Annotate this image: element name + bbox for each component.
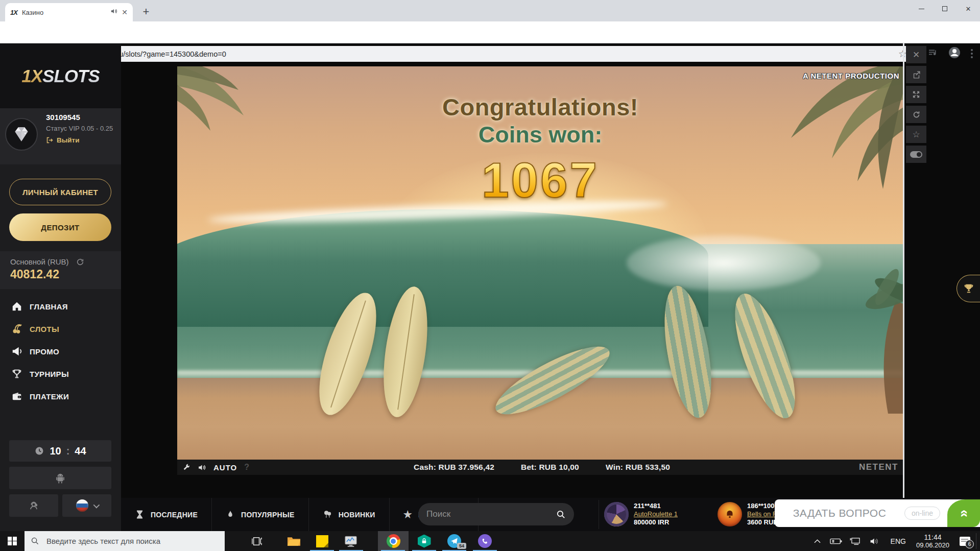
support-agent-icon [28,500,39,511]
winner-ticker-item[interactable]: 186**1007 Bells on Fi 3600 RUB [718,502,778,526]
tab-popular[interactable]: ПОПУЛЯРНЫЕ [212,498,309,531]
browser-menu-icon[interactable] [971,49,973,58]
start-button[interactable] [0,531,25,551]
screen: 1X Казино ✕ + ✕ ← → 1xslot.com/ru/slots/… [0,0,980,551]
game-search[interactable] [418,503,574,525]
clock-icon [34,446,44,456]
balance-block: Основной (RUB) 40812.42 [0,251,121,289]
sidebar-item-slots[interactable]: СЛОТЫ [0,318,121,340]
winner-ticker-item[interactable]: 211**481 AutoRoulette 1 800000 IRR [604,502,678,526]
network-status-icon[interactable] [846,537,865,545]
window-close-button[interactable]: ✕ [957,0,980,17]
tab-audio-icon[interactable] [110,8,117,17]
sidebar: 1XSLOTS 30109545 Статус VIP 0.05 - 0.25 … [0,43,121,531]
sidebar-item-home[interactable]: ГЛАВНАЯ [0,295,121,318]
tab-recent[interactable]: ПОСЛЕДНИЕ [121,498,212,531]
diamond-icon [11,124,32,145]
chevron-up-icon [814,539,821,543]
volume-status-icon[interactable] [865,537,885,545]
reload-icon [912,110,921,119]
slot-game-frame: A NETENT PRODUCTION Congratulations! Coi… [177,66,903,475]
netent-logo: NETENT [859,460,898,475]
notification-count-badge: 6 [965,540,974,548]
sidebar-nav: ГЛАВНАЯ СЛОТЫ ПРОМО ТУРНИРЫ ПЛАТЕЖИ [0,295,121,408]
search-icon[interactable] [556,510,566,519]
logo-block[interactable]: 1XSLOTS [0,43,121,108]
bells-game-thumbnail [718,502,742,526]
phone-icon [482,538,489,545]
refresh-balance-icon[interactable] [76,258,84,266]
session-clock: 10:44 [9,440,111,462]
tray-expand-button[interactable] [809,539,826,543]
game-scene: A NETENT PRODUCTION Congratulations! Coi… [177,66,903,460]
balance-label: Основной (RUB) [10,257,69,266]
mode-toggle[interactable] [906,146,926,163]
winner-game-link[interactable]: AutoRoulette 1 [634,510,678,518]
android-app-button[interactable] [9,467,111,489]
avatar[interactable] [5,118,38,151]
deposit-button[interactable]: ДЕПОЗИТ [9,213,111,241]
clock-date[interactable]: 11:44 09.06.2020 [912,533,953,549]
browser-tab[interactable]: 1X Казино ✕ [5,3,133,21]
settings-wrench-icon[interactable] [182,463,190,471]
system-monitor-button[interactable] [337,531,365,551]
url-text[interactable]: 1xslot.com/ru/slots/?game=145300&demo=0 [79,50,898,58]
taskbar-search[interactable] [25,531,225,551]
sticky-notes-icon [316,535,328,547]
tournament-flyout-tab[interactable] [957,275,980,302]
sidebar-item-tournaments[interactable]: ТУРНИРЫ [0,363,121,385]
chat-open-button[interactable]: » [947,499,980,527]
winner-amount: 800000 IRR [634,518,678,526]
games-bottom-bar: ПОСЛЕДНИЕ ПОПУЛЯРНЫЕ НОВИНКИ ★ ИЗБРАННОЕ [121,498,980,531]
viber-button[interactable] [471,531,499,551]
share-icon [912,70,921,79]
fullscreen-button[interactable] [906,86,926,103]
megaphone-icon [11,346,22,357]
sidebar-item-payments[interactable]: ПЛАТЕЖИ [0,385,121,408]
language-indicator[interactable]: ENG [885,537,912,545]
help-button[interactable]: ? [244,463,249,472]
window-minimize-button[interactable] [910,0,933,17]
russian-flag-icon [76,499,88,512]
support-button[interactable] [9,494,58,517]
tab-new[interactable]: НОВИНКИ [309,498,390,531]
reload-game-button[interactable] [906,106,926,123]
sidebar-item-promo[interactable]: ПРОМО [0,340,121,363]
chrome-icon [387,534,400,548]
task-view-button[interactable] [243,531,271,551]
show-desktop-divider[interactable] [976,533,976,549]
personal-cabinet-button[interactable]: ЛИЧНЫЙ КАБИНЕТ [9,179,111,205]
autoplay-button[interactable]: AUTO [213,463,237,472]
sticky-notes-button[interactable] [308,531,336,551]
tab-close-icon[interactable]: ✕ [122,8,128,16]
winner-game-link[interactable]: Bells on Fi [747,510,778,518]
viber-icon [478,534,492,548]
window-maximize-button[interactable] [933,0,957,17]
language-selector[interactable] [62,494,111,517]
crashing-foam [627,235,821,291]
home-icon [11,301,22,312]
favorite-game-button[interactable]: ☆ [906,126,926,143]
url-omnibox[interactable]: 1xslot.com/ru/slots/?game=145300&demo=0 … [60,46,914,62]
action-center-button[interactable]: 6 [953,531,976,551]
profile-avatar-icon[interactable] [948,46,961,61]
kaspersky-button[interactable] [410,531,438,551]
telegram-button[interactable]: 54 [440,531,468,551]
battery-status-icon[interactable] [826,538,846,545]
file-explorer-button[interactable] [280,531,308,551]
game-search-input[interactable] [426,509,556,519]
tab-title: Казино [22,9,106,16]
close-game-button[interactable]: ✕ [906,46,926,63]
bet-stat: Bet: RUB 10,00 [521,460,579,475]
sound-icon[interactable] [198,463,206,472]
media-control-icon[interactable] [928,49,938,59]
chat-widget[interactable]: ЗАДАТЬ ВОПРОС on-line » [775,499,980,527]
chrome-button[interactable] [378,531,409,551]
new-tab-button[interactable]: + [139,5,153,19]
trophy-icon [11,368,22,379]
logout-link[interactable]: Выйти [46,136,113,144]
taskbar-search-input[interactable] [46,537,219,545]
palm-tree-right [827,260,903,414]
game-scrollbar[interactable] [903,43,904,498]
share-button[interactable] [906,66,926,83]
